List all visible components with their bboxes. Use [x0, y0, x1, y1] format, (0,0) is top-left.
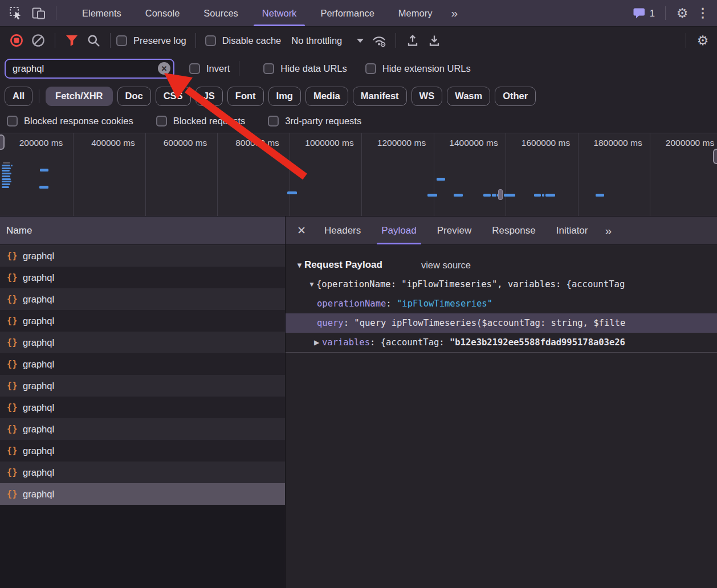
details-tab-payload[interactable]: Payload: [371, 217, 426, 244]
settings-gear-icon[interactable]: ⚙: [671, 6, 693, 21]
payload-variables-line[interactable]: ▶variables: {accountTag: "b12e3b2192ee55…: [286, 333, 717, 352]
hide-extension-urls-label[interactable]: Hide extension URLs: [382, 63, 471, 74]
xhr-request-icon: {}: [7, 489, 18, 499]
chip-font[interactable]: Font: [227, 87, 264, 106]
chip-doc[interactable]: Doc: [117, 87, 151, 106]
expand-triangle-icon[interactable]: ▶: [314, 338, 322, 346]
chip-all[interactable]: All: [5, 87, 32, 106]
request-row[interactable]: {}graphql: [0, 332, 285, 353]
3rd-party-requests-group: 3rd-party requests: [268, 116, 361, 126]
request-row[interactable]: {}graphql: [0, 267, 285, 288]
preserve-log-label[interactable]: Preserve log: [133, 35, 186, 46]
chip-fetch-xhr[interactable]: Fetch/XHR: [46, 87, 112, 106]
request-row[interactable]: {}graphql: [0, 462, 285, 483]
chip-ws[interactable]: WS: [412, 87, 443, 106]
blocked-requests-group: Blocked requests: [156, 116, 246, 126]
xhr-request-icon: {}: [7, 359, 18, 369]
hide-extension-urls-checkbox[interactable]: [365, 63, 376, 74]
payload-preview-line[interactable]: ▼{operationName: "ipFlowTimeseries", var…: [286, 275, 717, 294]
divider: [39, 89, 39, 103]
filter-input[interactable]: [5, 59, 174, 79]
customize-menu-icon[interactable]: ⋮: [693, 6, 712, 21]
request-name: graphql: [23, 489, 54, 500]
request-row[interactable]: {}graphql: [0, 310, 285, 332]
record-network-log-icon[interactable]: [6, 30, 27, 51]
request-row[interactable]: {}graphql: [0, 397, 285, 418]
tab-sources[interactable]: Sources: [192, 0, 250, 26]
xhr-request-icon: {}: [7, 294, 18, 304]
request-row[interactable]: {}graphql: [0, 288, 285, 310]
chip-media[interactable]: Media: [305, 87, 348, 106]
payload-divider: [286, 352, 717, 353]
blocked-requests-label[interactable]: Blocked requests: [173, 116, 246, 126]
chip-css[interactable]: CSS: [156, 87, 191, 106]
tab-elements[interactable]: Elements: [70, 0, 133, 26]
collapse-triangle-icon[interactable]: ▼: [296, 261, 303, 270]
request-row[interactable]: {}graphql: [0, 245, 285, 267]
device-toolbar-icon[interactable]: [27, 0, 50, 26]
3rd-party-requests-checkbox[interactable]: [268, 116, 279, 126]
more-panels-icon[interactable]: »: [444, 0, 466, 26]
inspect-element-icon[interactable]: [5, 0, 27, 26]
hide-data-urls-checkbox[interactable]: [263, 63, 274, 74]
payload-query-line-selected[interactable]: query: "query ipFlowTimeseries($accountT…: [286, 313, 717, 333]
payload-operation-name-line[interactable]: operationName: "ipFlowTimeseries": [286, 294, 717, 313]
throttling-select[interactable]: No throttling: [291, 35, 364, 46]
chip-manifest[interactable]: Manifest: [353, 87, 407, 106]
request-row[interactable]: {}graphql: [0, 418, 285, 440]
invert-checkbox[interactable]: [189, 63, 200, 74]
filter-box: ✕: [5, 59, 174, 79]
chip-img[interactable]: Img: [268, 87, 301, 106]
chip-wasm[interactable]: Wasm: [447, 87, 490, 106]
name-column-header[interactable]: Name: [0, 217, 285, 245]
divider: [665, 6, 666, 20]
3rd-party-requests-label[interactable]: 3rd-party requests: [285, 116, 361, 126]
tab-performance[interactable]: Performance: [308, 0, 386, 26]
advanced-filters-row: Blocked response cookiesBlocked requests…: [0, 109, 717, 133]
chip-other[interactable]: Other: [495, 87, 536, 106]
network-conditions-icon[interactable]: [368, 30, 390, 51]
network-overview-timeline[interactable]: 200000 ms400000 ms600000 ms800000 ms1000…: [0, 133, 717, 217]
details-tab-preview[interactable]: Preview: [427, 217, 482, 244]
hide-data-urls-label[interactable]: Hide data URLs: [280, 63, 347, 74]
tab-network[interactable]: Network: [250, 0, 309, 26]
tab-memory[interactable]: Memory: [386, 0, 445, 26]
request-row[interactable]: {}graphql: [0, 483, 285, 505]
preserve-log-checkbox[interactable]: [116, 35, 127, 46]
blocked-response-cookies-checkbox[interactable]: [7, 116, 18, 126]
details-more-tabs-icon[interactable]: »: [598, 224, 618, 238]
xhr-request-icon: {}: [7, 272, 18, 283]
request-row[interactable]: {}graphql: [0, 440, 285, 462]
close-details-icon[interactable]: ✕: [289, 224, 314, 237]
disable-cache-label[interactable]: Disable cache: [222, 35, 282, 46]
section-title[interactable]: Request Payload: [304, 259, 382, 271]
details-tab-response[interactable]: Response: [482, 217, 546, 244]
divider: [56, 6, 56, 20]
blocked-requests-checkbox[interactable]: [156, 116, 167, 126]
request-row[interactable]: {}graphql: [0, 375, 285, 397]
search-icon[interactable]: [83, 30, 104, 51]
tab-console[interactable]: Console: [133, 0, 192, 26]
issues-button[interactable]: 1: [628, 7, 659, 19]
invert-label[interactable]: Invert: [206, 63, 230, 74]
preserve-log-group: Preserve log: [116, 35, 186, 46]
clear-filter-icon[interactable]: ✕: [158, 62, 170, 75]
clear-network-log-icon[interactable]: [27, 30, 49, 51]
disable-cache-checkbox[interactable]: [205, 35, 216, 46]
network-settings-gear-icon[interactable]: ⚙: [692, 33, 714, 48]
waterfall-bar: [2, 170, 10, 172]
details-tab-headers[interactable]: Headers: [314, 217, 371, 244]
blocked-response-cookies-label[interactable]: Blocked response cookies: [24, 116, 133, 126]
export-har-icon[interactable]: [423, 30, 445, 51]
chip-js[interactable]: JS: [195, 87, 223, 106]
overview-right-grabber[interactable]: [713, 149, 717, 164]
waterfall-bar: [545, 194, 555, 197]
import-har-icon[interactable]: [402, 30, 423, 51]
expand-triangle-icon[interactable]: ▼: [308, 280, 316, 288]
request-details-panel: ✕ HeadersPayloadPreviewResponseInitiator…: [286, 217, 717, 588]
divider: [396, 33, 396, 48]
filter-funnel-icon[interactable]: [61, 30, 83, 51]
details-tab-initiator[interactable]: Initiator: [546, 217, 598, 244]
view-source-link[interactable]: view source: [421, 260, 471, 271]
request-row[interactable]: {}graphql: [0, 353, 285, 375]
